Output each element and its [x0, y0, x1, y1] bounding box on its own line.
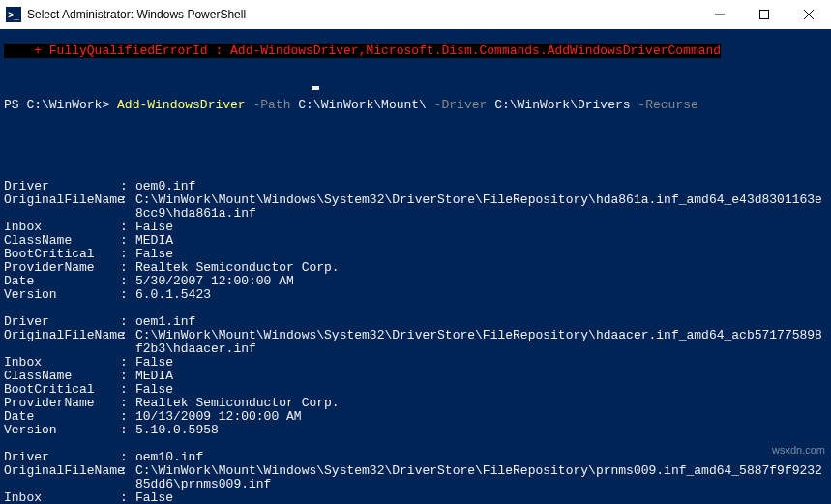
field-label: ClassName	[4, 370, 120, 383]
output-row: Date: 5/30/2007 12:00:00 AM	[4, 275, 827, 288]
field-label: Inbox	[4, 491, 120, 504]
arg-driver: C:\WinWork\Drivers	[487, 98, 630, 112]
output-row: Version: 5.10.0.5958	[4, 424, 827, 437]
powershell-icon[interactable]: >_	[6, 7, 21, 22]
field-colon: :	[120, 329, 135, 356]
field-value: MEDIA	[135, 370, 827, 383]
field-colon: :	[120, 248, 135, 261]
titlebar: >_ Select Administrator: Windows PowerSh…	[0, 0, 831, 29]
field-label: Driver	[4, 180, 120, 193]
close-button[interactable]	[786, 0, 831, 29]
field-value: False	[135, 221, 827, 234]
field-value: C:\WinWork\Mount\Windows\System32\Driver…	[135, 329, 827, 356]
output-row: Version: 6.0.1.5423	[4, 288, 827, 302]
field-label: Date	[4, 410, 120, 424]
param-recurse: -Recurse	[631, 98, 698, 112]
param-driver: -Driver	[427, 98, 487, 112]
field-value: 5.10.0.5958	[135, 424, 827, 437]
output-row: OriginalFileName: C:\WinWork\Mount\Windo…	[4, 464, 827, 491]
field-colon: :	[120, 383, 135, 397]
text-cursor	[312, 86, 319, 90]
field-label: Driver	[4, 451, 120, 464]
blank-line	[4, 302, 827, 315]
field-label: OriginalFileName	[4, 193, 120, 221]
field-label: OriginalFileName	[4, 464, 120, 491]
field-colon: :	[120, 397, 135, 410]
field-colon: :	[120, 261, 135, 275]
output-row: Inbox: False	[4, 221, 827, 234]
field-colon: :	[120, 451, 135, 464]
field-label: OriginalFileName	[4, 329, 120, 356]
output-row: Inbox: False	[4, 356, 827, 370]
field-label: Version	[4, 424, 120, 437]
field-value: oem0.inf	[135, 180, 827, 193]
field-colon: :	[120, 275, 135, 288]
field-label: Driver	[4, 315, 120, 329]
titlebar-left: >_ Select Administrator: Windows PowerSh…	[0, 7, 246, 22]
arg-path: C:\WinWork\Mount\	[290, 98, 426, 112]
field-label: BootCritical	[4, 383, 120, 397]
field-value: False	[135, 356, 827, 370]
field-colon: :	[120, 221, 135, 234]
field-colon: :	[120, 315, 135, 329]
field-value: Realtek Semiconductor Corp.	[135, 397, 827, 410]
watermark: wsxdn.com	[772, 444, 825, 456]
field-label: BootCritical	[4, 248, 120, 261]
field-value: C:\WinWork\Mount\Windows\System32\Driver…	[135, 464, 827, 491]
field-label: ClassName	[4, 234, 120, 248]
field-colon: :	[120, 288, 135, 302]
output-row: Date: 10/13/2009 12:00:00 AM	[4, 410, 827, 424]
cmdlet-name: Add-WindowsDriver	[117, 98, 246, 112]
field-label: ProviderName	[4, 397, 120, 410]
output-row: OriginalFileName: C:\WinWork\Mount\Windo…	[4, 329, 827, 356]
output-row: Driver: oem1.inf	[4, 315, 827, 329]
field-value: oem1.inf	[135, 315, 827, 329]
field-label: Inbox	[4, 356, 120, 370]
field-colon: :	[120, 193, 135, 221]
field-colon: :	[120, 234, 135, 248]
output-row: OriginalFileName: C:\WinWork\Mount\Windo…	[4, 193, 827, 221]
field-value: False	[135, 491, 827, 504]
field-colon: :	[120, 491, 135, 504]
output-row: ProviderName: Realtek Semiconductor Corp…	[4, 397, 827, 410]
field-colon: :	[120, 180, 135, 193]
output-row: Driver: oem10.inf	[4, 451, 827, 464]
field-colon: :	[120, 410, 135, 424]
maximize-button[interactable]	[742, 0, 786, 29]
field-label: Inbox	[4, 221, 120, 234]
field-value: 6.0.1.5423	[135, 288, 827, 302]
output-row: Driver: oem0.inf	[4, 180, 827, 193]
output-row: ClassName: MEDIA	[4, 234, 827, 248]
blank-line	[4, 437, 827, 451]
window-controls	[697, 0, 831, 29]
svg-rect-1	[760, 11, 769, 19]
error-line: + FullyQualifiedErrorId : Add-WindowsDri…	[4, 44, 721, 58]
field-value: oem10.inf	[135, 451, 827, 464]
field-value: False	[135, 248, 827, 261]
field-label: Version	[4, 288, 120, 302]
field-value: 10/13/2009 12:00:00 AM	[135, 410, 827, 424]
output-row: BootCritical: False	[4, 248, 827, 261]
field-label: ProviderName	[4, 261, 120, 275]
prompt-path: PS C:\WinWork>	[4, 98, 117, 112]
field-label: Date	[4, 275, 120, 288]
output-row: Inbox: False	[4, 491, 827, 504]
field-value: False	[135, 383, 827, 397]
field-colon: :	[120, 464, 135, 491]
minimize-button[interactable]	[697, 0, 742, 29]
output-row: ProviderName: Realtek Semiconductor Corp…	[4, 261, 827, 275]
window-title: Select Administrator: Windows PowerShell	[27, 8, 246, 21]
field-value: MEDIA	[135, 234, 827, 248]
param-path: -Path	[246, 98, 291, 112]
terminal-output[interactable]: + FullyQualifiedErrorId : Add-WindowsDri…	[0, 29, 831, 504]
output-row: ClassName: MEDIA	[4, 370, 827, 383]
field-value: Realtek Semiconductor Corp.	[135, 261, 827, 275]
field-value: C:\WinWork\Mount\Windows\System32\Driver…	[135, 193, 827, 221]
field-colon: :	[120, 356, 135, 370]
output-row: BootCritical: False	[4, 383, 827, 397]
field-colon: :	[120, 370, 135, 383]
field-colon: :	[120, 424, 135, 437]
command-line: PS C:\WinWork> Add-WindowsDriver -Path C…	[4, 99, 827, 112]
field-value: 5/30/2007 12:00:00 AM	[135, 275, 827, 288]
